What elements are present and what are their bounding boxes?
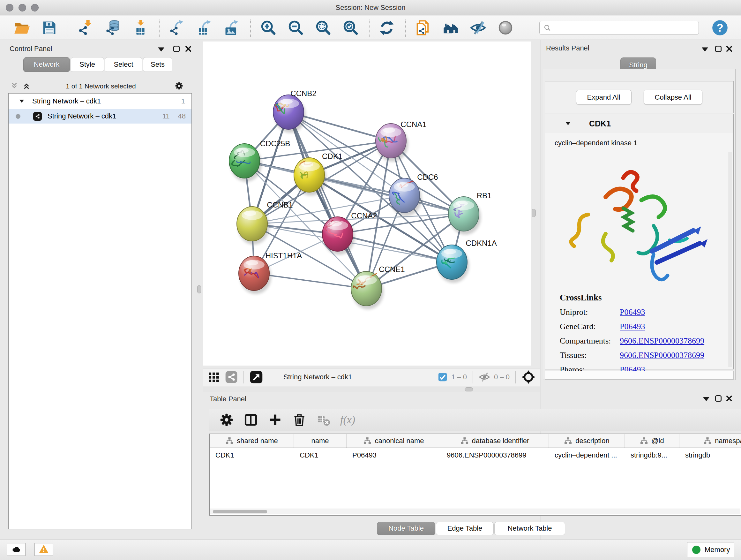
column-header-shared-name[interactable]: shared name bbox=[210, 434, 294, 448]
tab-edge-table[interactable]: Edge Table bbox=[436, 522, 494, 535]
results-panel-float-icon[interactable] bbox=[714, 45, 723, 53]
hidden-elements-eye-icon[interactable] bbox=[479, 371, 490, 383]
zoom-selected-button[interactable] bbox=[341, 19, 359, 37]
network-node-CDKN1A[interactable]: CDKN1A bbox=[436, 239, 497, 283]
tab-style[interactable]: Style bbox=[71, 57, 104, 72]
network-node-CCNA1[interactable]: CCNA1 bbox=[376, 120, 427, 162]
collapse-all-button[interactable]: Collapse All bbox=[644, 90, 703, 105]
node-label-CCNA1: CCNA1 bbox=[401, 120, 426, 129]
tree-icon bbox=[363, 437, 372, 445]
bottombar-separator bbox=[473, 371, 473, 383]
zoom-out-button[interactable] bbox=[286, 19, 305, 37]
export-network-button[interactable] bbox=[168, 19, 186, 37]
tab-select[interactable]: Select bbox=[105, 57, 142, 72]
collection-count: 1 bbox=[181, 97, 185, 105]
crosslink-link[interactable]: 9606.ENSP00000378699 bbox=[620, 336, 704, 346]
current-network-name: String Network – cdk1 bbox=[283, 373, 352, 381]
selected-nodes-checkbox-icon[interactable] bbox=[438, 372, 448, 382]
crosslink-link[interactable]: P06493 bbox=[620, 307, 645, 317]
refresh-layout-button[interactable] bbox=[378, 19, 396, 37]
network-list-header: 1 of 1 Network selected bbox=[3, 81, 199, 93]
collection-expander-icon[interactable] bbox=[19, 98, 24, 104]
hide-panels-button[interactable] bbox=[469, 19, 487, 37]
cell-database-identifier[interactable]: 9606.ENSP00000378699 bbox=[441, 448, 549, 462]
gene-header[interactable]: CDK1 bbox=[545, 114, 733, 133]
node-label-CDK1: CDK1 bbox=[322, 152, 342, 161]
network-options-gear-icon[interactable] bbox=[175, 82, 183, 90]
cell-name[interactable]: CDK1 bbox=[294, 448, 347, 462]
tab-sets[interactable]: Sets bbox=[143, 57, 172, 72]
birdseye-crosshair-icon[interactable] bbox=[522, 370, 536, 384]
add-column-icon[interactable] bbox=[267, 412, 283, 428]
save-session-button[interactable] bbox=[40, 19, 58, 37]
tab-node-table[interactable]: Node Table bbox=[377, 522, 435, 535]
crosslink-row: Tissues: 9606.ENSP00000378699 bbox=[560, 351, 704, 360]
control-panel-menu-icon[interactable] bbox=[157, 45, 165, 54]
network-row[interactable]: String Network – cdk1 11 48 bbox=[9, 109, 192, 124]
cell-canonical-name[interactable]: P06493 bbox=[347, 448, 441, 462]
network-canvas[interactable]: CCNB2CCNA1CDC25BCDK1CDC6RB1CCNB1CCNA2CDK… bbox=[203, 42, 531, 366]
results-scrollbar[interactable] bbox=[729, 152, 732, 367]
main-toolbar: ? bbox=[0, 16, 741, 40]
export-table-button[interactable] bbox=[195, 19, 213, 37]
network-list: String Network – cdk1 1 String Network –… bbox=[8, 93, 192, 530]
network-selection-status: 1 of 1 Network selected bbox=[3, 82, 199, 90]
memory-button[interactable]: Memory bbox=[687, 542, 734, 557]
network-view-icon[interactable] bbox=[225, 371, 238, 383]
selected-count: 1 – 0 bbox=[451, 373, 467, 381]
tree-icon bbox=[225, 437, 233, 445]
tree-icon bbox=[461, 437, 469, 445]
home-button[interactable] bbox=[442, 19, 460, 37]
import-network-database-button[interactable] bbox=[104, 19, 122, 37]
network-node-RB1[interactable]: RB1 bbox=[448, 191, 491, 235]
panel-divider-left[interactable] bbox=[202, 40, 202, 540]
network-node-CCNB2[interactable]: CCNB2 bbox=[273, 89, 317, 133]
cloud-status-button[interactable] bbox=[7, 543, 25, 556]
gene-expander-icon[interactable] bbox=[565, 120, 571, 127]
toolbar-separator bbox=[159, 19, 159, 37]
expand-all-button[interactable]: Expand All bbox=[576, 90, 631, 105]
toolbar-separator bbox=[369, 19, 369, 37]
search-input[interactable] bbox=[554, 21, 695, 35]
gene-description: cyclin–dependent kinase 1 bbox=[555, 139, 637, 147]
node-label-CCNA2: CCNA2 bbox=[351, 211, 377, 220]
column-header-name[interactable]: name bbox=[294, 434, 347, 448]
tab-network[interactable]: Network bbox=[23, 57, 70, 72]
column-header-database-identifier[interactable]: database identifier bbox=[441, 434, 549, 448]
zoom-fit-button[interactable] bbox=[314, 19, 332, 37]
network-node-CDC25B[interactable]: CDC25B bbox=[229, 139, 290, 182]
scrollbar-thumb[interactable] bbox=[213, 510, 267, 513]
expand-collapse-bar: Expand All Collapse All bbox=[545, 81, 734, 113]
network-graph[interactable]: CCNB2CCNA1CDC25BCDK1CDC6RB1CCNB1CCNA2CDK… bbox=[203, 42, 531, 366]
grid-view-icon[interactable] bbox=[208, 371, 220, 383]
open-session-button[interactable] bbox=[13, 19, 30, 37]
open-in-new-window-icon[interactable] bbox=[250, 370, 263, 384]
open-session-file-button[interactable] bbox=[414, 19, 432, 37]
crosslink-link[interactable]: 9606.ENSP00000378699 bbox=[620, 351, 704, 360]
help-button[interactable]: ? bbox=[712, 19, 728, 36]
control-panel-float-icon[interactable] bbox=[172, 45, 181, 53]
delete-column-trash-icon[interactable] bbox=[292, 412, 307, 428]
show-columns-icon[interactable] bbox=[243, 412, 259, 428]
import-network-file-button[interactable] bbox=[77, 19, 94, 37]
table-settings-gear-icon[interactable] bbox=[219, 412, 234, 428]
results-panel-close-icon[interactable] bbox=[725, 45, 733, 53]
function-builder-icon[interactable]: f(x) bbox=[340, 414, 355, 426]
export-image-button[interactable] bbox=[223, 19, 241, 37]
table-panel-title: Table Panel bbox=[210, 395, 246, 403]
zoom-in-button[interactable] bbox=[259, 19, 277, 37]
crosslink-link[interactable]: P06493 bbox=[620, 322, 645, 331]
control-panel-close-icon[interactable] bbox=[184, 45, 192, 53]
delete-table-icon[interactable] bbox=[316, 412, 331, 428]
show-panels-button[interactable] bbox=[496, 19, 515, 37]
results-panel-menu-icon[interactable] bbox=[701, 45, 709, 54]
warnings-button[interactable] bbox=[35, 543, 53, 556]
network-collection-row[interactable]: String Network – cdk1 1 bbox=[9, 94, 192, 109]
cell-shared-name[interactable]: CDK1 bbox=[210, 448, 294, 462]
column-header-canonical-name[interactable]: canonical name bbox=[347, 434, 441, 448]
bottombar-separator bbox=[244, 371, 244, 383]
import-table-file-button[interactable] bbox=[131, 19, 149, 37]
node-label-CDKN1A: CDKN1A bbox=[466, 239, 496, 247]
network-node-HIST1H1A[interactable]: HIST1H1A bbox=[239, 251, 302, 294]
node-label-CCNB2: CCNB2 bbox=[290, 89, 316, 98]
